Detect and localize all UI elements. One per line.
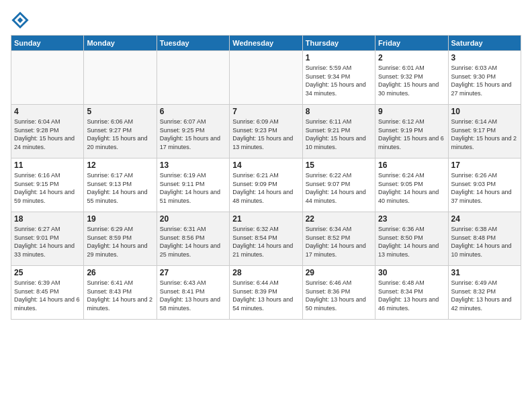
day-info: Sunrise: 6:36 AMSunset: 8:50 PMDaylight:… (378, 225, 445, 259)
calendar-cell-w3d5: 23Sunrise: 6:36 AMSunset: 8:50 PMDayligh… (375, 212, 448, 266)
day-number: 13 (160, 161, 226, 170)
day-info: Sunrise: 6:29 AMSunset: 8:59 PMDaylight:… (87, 225, 153, 259)
weekday-header-friday: Friday (375, 36, 448, 51)
day-number: 27 (160, 268, 226, 277)
day-info: Sunrise: 6:31 AMSunset: 8:56 PMDaylight:… (160, 225, 226, 259)
day-info: Sunrise: 6:12 AMSunset: 9:19 PMDaylight:… (378, 118, 445, 151)
day-info: Sunrise: 6:48 AMSunset: 8:34 PMDaylight:… (378, 279, 445, 312)
day-number: 22 (306, 214, 372, 224)
day-info: Sunrise: 6:38 AMSunset: 8:48 PMDaylight:… (451, 225, 518, 259)
calendar-cell-w4d6: 31Sunrise: 6:49 AMSunset: 8:32 PMDayligh… (448, 266, 521, 320)
day-info: Sunrise: 6:01 AMSunset: 9:32 PMDaylight:… (378, 64, 445, 97)
weekday-header-thursday: Thursday (302, 36, 375, 51)
page-header (11, 11, 521, 30)
day-info: Sunrise: 6:07 AMSunset: 9:25 PMDaylight:… (160, 118, 226, 151)
calendar-cell-w0d0 (11, 51, 84, 105)
day-number: 2 (378, 53, 445, 62)
day-info: Sunrise: 6:03 AMSunset: 9:30 PMDaylight:… (451, 64, 518, 97)
weekday-header-saturday: Saturday (448, 36, 521, 51)
day-number: 10 (451, 107, 518, 116)
day-info: Sunrise: 6:14 AMSunset: 9:17 PMDaylight:… (451, 118, 518, 151)
day-number: 24 (451, 214, 518, 224)
day-info: Sunrise: 6:09 AMSunset: 9:23 PMDaylight:… (232, 118, 299, 151)
weekday-header-wednesday: Wednesday (230, 36, 302, 51)
day-number: 21 (232, 214, 299, 224)
calendar-cell-w1d6: 10Sunrise: 6:14 AMSunset: 9:17 PMDayligh… (448, 105, 521, 158)
calendar-cell-w3d1: 19Sunrise: 6:29 AMSunset: 8:59 PMDayligh… (84, 212, 157, 266)
day-number: 28 (232, 268, 299, 277)
day-number: 7 (232, 107, 299, 116)
calendar-cell-w1d5: 9Sunrise: 6:12 AMSunset: 9:19 PMDaylight… (375, 105, 448, 158)
day-number: 29 (306, 268, 372, 277)
calendar-table: SundayMondayTuesdayWednesdayThursdayFrid… (11, 35, 521, 320)
day-info: Sunrise: 6:17 AMSunset: 9:13 PMDaylight:… (87, 171, 153, 205)
calendar-cell-w2d4: 15Sunrise: 6:22 AMSunset: 9:07 PMDayligh… (302, 158, 375, 212)
calendar-cell-w3d3: 21Sunrise: 6:32 AMSunset: 8:54 PMDayligh… (230, 212, 302, 266)
day-number: 17 (451, 161, 518, 170)
day-number: 8 (306, 107, 372, 116)
day-number: 20 (160, 214, 226, 224)
calendar-cell-w0d2 (157, 51, 229, 105)
day-info: Sunrise: 6:43 AMSunset: 8:41 PMDaylight:… (160, 279, 226, 312)
calendar-cell-w3d2: 20Sunrise: 6:31 AMSunset: 8:56 PMDayligh… (157, 212, 229, 266)
calendar-cell-w1d3: 7Sunrise: 6:09 AMSunset: 9:23 PMDaylight… (230, 105, 302, 158)
calendar-cell-w1d0: 4Sunrise: 6:04 AMSunset: 9:28 PMDaylight… (11, 105, 84, 158)
calendar-cell-w0d5: 2Sunrise: 6:01 AMSunset: 9:32 PMDaylight… (375, 51, 448, 105)
day-info: Sunrise: 6:34 AMSunset: 8:52 PMDaylight:… (306, 225, 372, 259)
day-number: 31 (451, 268, 518, 277)
logo-icon (11, 11, 30, 30)
day-info: Sunrise: 6:39 AMSunset: 8:45 PMDaylight:… (14, 279, 81, 312)
calendar-cell-w0d1 (84, 51, 157, 105)
day-number: 25 (14, 268, 81, 277)
calendar-cell-w4d0: 25Sunrise: 6:39 AMSunset: 8:45 PMDayligh… (11, 266, 84, 320)
day-number: 5 (87, 107, 153, 116)
calendar-cell-w1d4: 8Sunrise: 6:11 AMSunset: 9:21 PMDaylight… (302, 105, 375, 158)
calendar-cell-w2d6: 17Sunrise: 6:26 AMSunset: 9:03 PMDayligh… (448, 158, 521, 212)
day-info: Sunrise: 6:27 AMSunset: 9:01 PMDaylight:… (14, 225, 81, 259)
day-number: 14 (232, 161, 299, 170)
calendar-cell-w0d4: 1Sunrise: 5:59 AMSunset: 9:34 PMDaylight… (302, 51, 375, 105)
calendar-cell-w2d2: 13Sunrise: 6:19 AMSunset: 9:11 PMDayligh… (157, 158, 229, 212)
day-number: 3 (451, 53, 518, 62)
calendar-cell-w2d5: 16Sunrise: 6:24 AMSunset: 9:05 PMDayligh… (375, 158, 448, 212)
day-number: 11 (14, 161, 81, 170)
weekday-header-sunday: Sunday (11, 36, 84, 51)
day-info: Sunrise: 6:26 AMSunset: 9:03 PMDaylight:… (451, 171, 518, 205)
day-info: Sunrise: 6:16 AMSunset: 9:15 PMDaylight:… (14, 171, 81, 205)
calendar-cell-w4d3: 28Sunrise: 6:44 AMSunset: 8:39 PMDayligh… (230, 266, 302, 320)
day-info: Sunrise: 6:44 AMSunset: 8:39 PMDaylight:… (232, 279, 299, 312)
calendar-cell-w2d0: 11Sunrise: 6:16 AMSunset: 9:15 PMDayligh… (11, 158, 84, 212)
day-number: 23 (378, 214, 445, 224)
day-info: Sunrise: 6:21 AMSunset: 9:09 PMDaylight:… (232, 171, 299, 205)
day-info: Sunrise: 6:32 AMSunset: 8:54 PMDaylight:… (232, 225, 299, 259)
logo (11, 11, 32, 30)
calendar-cell-w2d3: 14Sunrise: 6:21 AMSunset: 9:09 PMDayligh… (230, 158, 302, 212)
calendar-cell-w4d2: 27Sunrise: 6:43 AMSunset: 8:41 PMDayligh… (157, 266, 229, 320)
calendar-cell-w3d6: 24Sunrise: 6:38 AMSunset: 8:48 PMDayligh… (448, 212, 521, 266)
day-info: Sunrise: 6:22 AMSunset: 9:07 PMDaylight:… (306, 171, 372, 205)
day-info: Sunrise: 6:41 AMSunset: 8:43 PMDaylight:… (87, 279, 153, 312)
weekday-header-tuesday: Tuesday (157, 36, 229, 51)
day-info: Sunrise: 5:59 AMSunset: 9:34 PMDaylight:… (306, 64, 372, 97)
calendar-cell-w4d4: 29Sunrise: 6:46 AMSunset: 8:36 PMDayligh… (302, 266, 375, 320)
calendar-cell-w4d5: 30Sunrise: 6:48 AMSunset: 8:34 PMDayligh… (375, 266, 448, 320)
day-info: Sunrise: 6:49 AMSunset: 8:32 PMDaylight:… (451, 279, 518, 312)
day-number: 12 (87, 161, 153, 170)
day-info: Sunrise: 6:04 AMSunset: 9:28 PMDaylight:… (14, 118, 81, 151)
day-number: 9 (378, 107, 445, 116)
calendar-cell-w3d4: 22Sunrise: 6:34 AMSunset: 8:52 PMDayligh… (302, 212, 375, 266)
day-number: 6 (160, 107, 226, 116)
calendar-cell-w1d1: 5Sunrise: 6:06 AMSunset: 9:27 PMDaylight… (84, 105, 157, 158)
day-number: 18 (14, 214, 81, 224)
calendar-cell-w0d6: 3Sunrise: 6:03 AMSunset: 9:30 PMDaylight… (448, 51, 521, 105)
calendar-cell-w0d3 (230, 51, 302, 105)
day-info: Sunrise: 6:19 AMSunset: 9:11 PMDaylight:… (160, 171, 226, 205)
day-number: 15 (306, 161, 372, 170)
day-number: 30 (378, 268, 445, 277)
calendar-cell-w2d1: 12Sunrise: 6:17 AMSunset: 9:13 PMDayligh… (84, 158, 157, 212)
day-info: Sunrise: 6:06 AMSunset: 9:27 PMDaylight:… (87, 118, 153, 151)
day-info: Sunrise: 6:24 AMSunset: 9:05 PMDaylight:… (378, 171, 445, 205)
calendar-cell-w3d0: 18Sunrise: 6:27 AMSunset: 9:01 PMDayligh… (11, 212, 84, 266)
day-number: 1 (306, 53, 372, 62)
calendar-cell-w4d1: 26Sunrise: 6:41 AMSunset: 8:43 PMDayligh… (84, 266, 157, 320)
